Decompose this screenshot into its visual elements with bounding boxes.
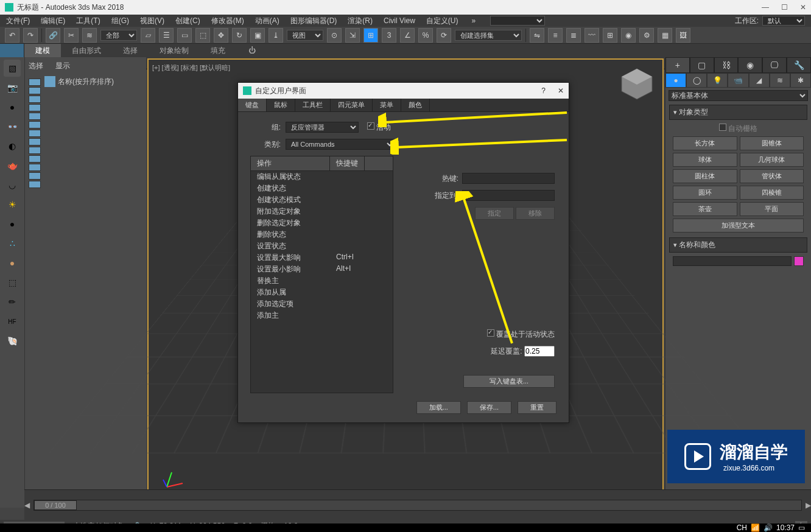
prim-teapot[interactable]: 茶壶 <box>673 202 737 216</box>
unlink-icon[interactable]: ✂ <box>64 28 79 43</box>
undo-icon[interactable]: ↶ <box>5 28 19 43</box>
window-close[interactable]: ✕ <box>800 3 806 12</box>
dialog-close-icon[interactable]: ✕ <box>558 86 564 95</box>
prim-cylinder[interactable]: 圆柱体 <box>673 169 737 183</box>
curve-editor-icon[interactable]: 〰 <box>585 28 599 43</box>
action-row[interactable]: 设置状态 <box>251 240 393 252</box>
col-action[interactable]: 操作 <box>251 156 330 170</box>
flt-light-icon[interactable] <box>29 104 41 111</box>
menu-edit[interactable]: 编辑(E) <box>41 16 65 26</box>
scale-icon[interactable]: ▣ <box>250 28 265 43</box>
rollout-objtype[interactable]: ▾ 对象类型 <box>669 105 807 120</box>
teapot2-icon[interactable]: 🫖 <box>4 157 21 174</box>
prim-tube[interactable]: 管状体 <box>740 169 804 183</box>
render-frame-icon[interactable]: ▦ <box>658 28 672 43</box>
layers-icon[interactable]: ≣ <box>566 28 581 43</box>
menu-customize[interactable]: 自定义(U) <box>426 16 458 26</box>
action-list[interactable]: 操作 快捷键 编辑从属状态创建状态创建状态模式附加选定对象删除选定对象删除状态设… <box>250 156 393 393</box>
remove-button[interactable]: 移除 <box>516 207 555 220</box>
place-icon[interactable]: ⤓ <box>269 28 283 43</box>
action-row[interactable]: 设置最大影响Ctrl+I <box>251 252 393 264</box>
prim-sphere[interactable]: 球体 <box>673 153 737 167</box>
sub-lights-icon[interactable]: 💡 <box>707 73 728 88</box>
autogrid-checkbox[interactable] <box>719 124 726 131</box>
ref-coord-select[interactable]: 视图 <box>287 30 323 41</box>
menu-animation[interactable]: 动画(A) <box>255 16 279 26</box>
next-key-icon[interactable]: ▶ <box>806 501 811 509</box>
tray-notifications-icon[interactable]: ▭ <box>798 523 805 532</box>
rotate-icon[interactable]: ↻ <box>232 28 247 43</box>
workspace-select[interactable]: 默认 <box>762 16 805 26</box>
vr-icon[interactable]: 👓 <box>4 118 21 135</box>
override-checkbox[interactable] <box>487 329 494 337</box>
outliner-select[interactable]: 选择 <box>29 61 43 71</box>
sub-shapes-icon[interactable]: ◯ <box>686 73 707 88</box>
menu-create[interactable]: 创建(C) <box>175 16 200 26</box>
hf-icon[interactable]: HF <box>4 313 21 330</box>
mirror-icon[interactable]: ⇋ <box>530 28 544 43</box>
tab-hierarchy-icon[interactable]: ⛓ <box>714 57 739 73</box>
sub-helpers-icon[interactable]: ◢ <box>749 73 770 88</box>
time-slider-track[interactable]: 0 / 100 <box>33 500 802 511</box>
percent-snap-icon[interactable]: % <box>418 28 433 43</box>
action-row[interactable]: 添加选定项 <box>251 298 393 310</box>
save-button[interactable]: 保存... <box>467 401 511 414</box>
flt-hidden-icon[interactable] <box>29 181 41 188</box>
sun-icon[interactable]: ☀ <box>4 196 21 213</box>
prim-plane[interactable]: 平面 <box>740 202 804 216</box>
flt-container-icon[interactable] <box>29 164 41 171</box>
action-row[interactable]: 编辑从属状态 <box>251 171 393 183</box>
selection-filter[interactable]: 全部 <box>100 30 137 41</box>
tab-populate[interactable]: 填充 <box>200 44 236 57</box>
select-rect-icon[interactable]: ▭ <box>177 28 192 43</box>
prim-cone[interactable]: 圆锥体 <box>740 136 804 150</box>
particles-icon[interactable]: ∴ <box>4 235 21 252</box>
flt-xref-icon[interactable] <box>29 147 41 154</box>
window-minimize[interactable]: — <box>762 3 769 12</box>
delay-spinner[interactable] <box>524 346 555 357</box>
action-row[interactable]: 附加选定对象 <box>251 206 393 217</box>
bind-icon[interactable]: ≋ <box>82 28 97 43</box>
action-row[interactable]: 设置最小影响Alt+I <box>251 264 393 275</box>
prim-pyramid[interactable]: 四棱锥 <box>740 186 804 200</box>
hotkey-input[interactable] <box>462 173 555 184</box>
assign-button[interactable]: 指定 <box>475 207 514 220</box>
redo-icon[interactable]: ↷ <box>23 28 38 43</box>
window-maximize[interactable]: ☐ <box>781 3 788 12</box>
prim-torus[interactable]: 圆环 <box>673 186 737 200</box>
action-row[interactable]: 创建状态模式 <box>251 194 393 206</box>
outliner-header[interactable]: 名称(按升序排序) <box>58 77 114 87</box>
group-select[interactable]: 反应管理器 <box>286 122 359 133</box>
sphere2-icon[interactable]: ● <box>4 254 21 271</box>
spinner-snap-icon[interactable]: ⟳ <box>437 28 451 43</box>
action-row[interactable]: 删除选定对象 <box>251 217 393 229</box>
menu-civilview[interactable]: Civil View <box>384 16 415 25</box>
sub-warps-icon[interactable]: ≋ <box>770 73 790 88</box>
persp-icon[interactable]: ▧ <box>4 60 21 77</box>
reset-button[interactable]: 重置 <box>518 401 556 414</box>
flt-cam-icon[interactable] <box>29 113 41 120</box>
category-select[interactable]: All Commands <box>286 139 395 150</box>
action-row[interactable]: 替换主 <box>251 275 393 287</box>
tray-ime[interactable]: CH <box>737 523 747 532</box>
named-selection-set[interactable]: 创建选择集 <box>455 30 522 41</box>
menu-group[interactable]: 组(G) <box>111 16 129 26</box>
load-button[interactable]: 加载... <box>416 401 461 414</box>
dlg-tab-menu[interactable]: 菜单 <box>373 99 401 111</box>
menu-graph[interactable]: 图形编辑器(D) <box>290 16 337 26</box>
dlg-tab-toolbar[interactable]: 工具栏 <box>295 99 331 111</box>
write-kbd-button[interactable]: 写入键盘表... <box>463 375 555 388</box>
action-row[interactable]: 创建状态 <box>251 183 393 194</box>
action-row[interactable]: 添加主 <box>251 310 393 321</box>
fog-icon[interactable]: ◐ <box>4 138 21 155</box>
prim-geosphere[interactable]: 几何球体 <box>740 153 804 167</box>
sphere-icon[interactable]: ● <box>4 215 21 233</box>
cloth-icon[interactable]: ⬚ <box>4 274 21 291</box>
time-slider-thumb[interactable]: 0 / 100 <box>34 500 77 510</box>
dialog-help-icon[interactable]: ? <box>541 86 546 95</box>
object-color-swatch[interactable] <box>794 256 804 266</box>
tab-create-icon[interactable]: + <box>665 57 690 73</box>
sub-cameras-icon[interactable]: 📹 <box>728 73 748 88</box>
col-shortcut[interactable]: 快捷键 <box>330 156 365 170</box>
tab-motion-icon[interactable]: ◉ <box>738 57 762 73</box>
